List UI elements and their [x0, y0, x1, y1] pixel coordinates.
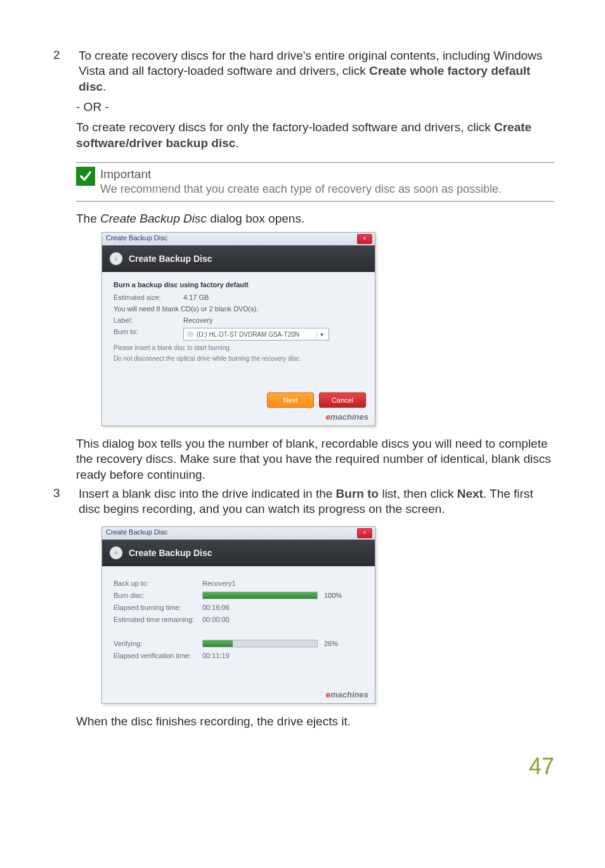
- s3a: Insert a blank disc into the drive indic…: [79, 487, 336, 500]
- step2-tail2: .: [235, 136, 238, 150]
- important-text: Important We recommend that you create e…: [100, 167, 502, 196]
- elapsed-burn-label: Elapsed burning time:: [114, 604, 202, 611]
- step-number: 3: [51, 486, 79, 517]
- s3bold1: Burn to: [336, 487, 379, 500]
- close-icon[interactable]: ×: [357, 234, 372, 244]
- cd-icon: [108, 251, 124, 266]
- verify-progress-pct: 26%: [324, 640, 338, 647]
- open-post: dialog box opens.: [207, 212, 304, 225]
- page-number: 47: [529, 753, 554, 780]
- dialog1-section: Burn a backup disc using factory default: [114, 281, 363, 288]
- burn-progress-bar: [202, 592, 318, 599]
- est-size-value: 4.17 GB: [183, 294, 209, 301]
- remaining-value: 00:00:00: [202, 616, 230, 623]
- burn-disc-label: Burn disc:: [114, 592, 202, 599]
- dialog2-titlebar: Create Backup Disc ×: [102, 527, 375, 540]
- next-button[interactable]: Next: [267, 392, 314, 408]
- close-icon[interactable]: ×: [357, 528, 372, 538]
- step-2-body: To create recovery discs for the hard dr…: [79, 48, 554, 94]
- brand-e: e: [326, 412, 330, 422]
- est-size-label: Estimated size:: [114, 294, 183, 301]
- step-number: 2: [51, 48, 79, 94]
- svg-point-3: [190, 334, 192, 335]
- brand-e: e: [326, 690, 330, 699]
- backup-to-value: Recovery1: [202, 580, 236, 587]
- step2-or: - OR -: [76, 100, 554, 115]
- dialog-create-backup-2: Create Backup Disc × Create Backup Disc …: [101, 526, 375, 704]
- step2-tail1: .: [103, 80, 106, 93]
- label-label: Label:: [114, 316, 183, 324]
- dialog1-title: Create Backup Disc: [106, 234, 167, 242]
- dialog-create-backup-1: Create Backup Disc × Create Backup Disc …: [101, 232, 375, 426]
- open-italic: Create Backup Disc: [100, 212, 207, 225]
- burnto-combobox[interactable]: (D:) HL-DT-ST DVDRAM GSA-T20N ▾: [183, 328, 329, 340]
- verify-label: Verifying:: [114, 640, 202, 647]
- s3bold2: Next: [457, 487, 483, 500]
- after-ss2-text: When the disc finishes recording, the dr…: [76, 714, 554, 729]
- elapsed-ver-label: Elapsed verification time:: [114, 652, 202, 659]
- s3b: list, then click: [379, 487, 457, 500]
- important-title: Important: [100, 167, 502, 182]
- burnto-label: Burn to:: [114, 328, 183, 340]
- after-ss1-text: This dialog box tells you the number of …: [76, 436, 554, 483]
- backup-to-label: Back up to:: [114, 580, 202, 587]
- burn-progress-fill: [203, 592, 317, 599]
- important-body: We recommend that you create each type o…: [100, 183, 502, 195]
- verify-progress-fill: [203, 640, 233, 647]
- verify-progress-bar: [202, 640, 318, 647]
- note1: Please insert a blank disc to start burn…: [114, 344, 363, 351]
- step2-para2: To create recovery discs for only the fa…: [76, 120, 554, 151]
- cancel-button[interactable]: Cancel: [319, 392, 366, 408]
- burnto-value: (D:) HL-DT-ST DVDRAM GSA-T20N: [197, 331, 299, 338]
- brand-logo: emachines: [102, 688, 375, 703]
- step2-text2: To create recovery discs for only the fa…: [76, 120, 494, 134]
- check-icon: [76, 167, 95, 186]
- remaining-label: Estimated time remaining:: [114, 616, 202, 623]
- elapsed-burn-value: 00:16:06: [202, 604, 230, 611]
- dialog-open-line: The Create Backup Disc dialog box opens.: [76, 212, 554, 226]
- step-3-body: Insert a blank disc into the drive indic…: [79, 486, 554, 517]
- note2: Do not disconnect the optical drive whil…: [114, 355, 363, 362]
- elapsed-ver-value: 00:11:19: [202, 652, 230, 659]
- dialog2-header: Create Backup Disc: [102, 540, 375, 566]
- need-text: You will need 8 blank CD(s) or 2 blank D…: [114, 305, 258, 313]
- dialog1-header-text: Create Backup Disc: [129, 254, 212, 264]
- dialog2-header-text: Create Backup Disc: [129, 548, 212, 558]
- dialog2-title: Create Backup Disc: [106, 528, 167, 536]
- important-block: Important We recommend that you create e…: [76, 162, 554, 202]
- chevron-down-icon[interactable]: ▾: [316, 331, 326, 338]
- drive-icon: [186, 330, 194, 338]
- brand-rest: machines: [330, 412, 368, 422]
- brand-logo: emachines: [102, 410, 375, 425]
- dialog1-header: Create Backup Disc: [102, 245, 375, 272]
- cd-icon: [108, 545, 124, 560]
- brand-rest: machines: [330, 690, 368, 699]
- label-value: Recovery: [183, 316, 212, 324]
- dialog1-titlebar: Create Backup Disc ×: [102, 233, 375, 245]
- burn-progress-pct: 100%: [324, 592, 342, 599]
- open-pre: The: [76, 212, 100, 225]
